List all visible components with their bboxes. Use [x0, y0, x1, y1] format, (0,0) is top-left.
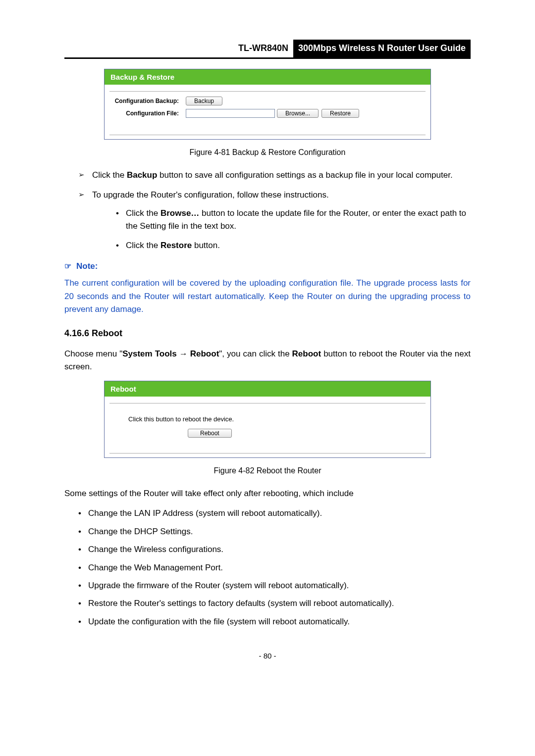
list-item: Upgrade the firmware of the Router (syst… [78, 579, 471, 592]
text: To upgrade the Router's configuration, f… [92, 190, 329, 200]
list-item: Change the Wireless configurations. [78, 543, 471, 556]
backup-button[interactable]: Backup [186, 97, 222, 105]
page-number: - 80 - [64, 650, 471, 661]
reboot-button[interactable]: Reboot [188, 429, 232, 438]
list-item: Change the LAN IP Address (system will r… [78, 507, 471, 520]
note-heading: ☞ Note: [64, 260, 471, 273]
figure-caption-482: Figure 4-82 Reboot the Router [104, 465, 431, 477]
panel-title-backup: Backup & Restore [105, 69, 430, 85]
bold-reboot-menu: Reboot [190, 349, 219, 358]
panel-body-reboot: Click this button to reboot the device. … [105, 406, 430, 448]
figure-caption-481: Figure 4-81 Backup & Restore Configurati… [104, 147, 431, 159]
subitem-restore: Click the Restore button. [116, 239, 471, 252]
arrow-item-backup: Click the Backup button to save all conf… [78, 169, 471, 182]
list-item: Change the DHCP Settings. [78, 525, 471, 538]
text: button. [192, 241, 220, 250]
model-label: TL-WR840N [233, 40, 293, 57]
list-item: Update the configuration with the file (… [78, 615, 471, 628]
browse-button[interactable]: Browse... [277, 109, 319, 118]
backup-restore-panel: Backup & Restore Configuration Backup: B… [104, 69, 431, 140]
note-hand-icon: ☞ [64, 260, 71, 273]
list-item: Change the Web Management Port. [78, 561, 471, 574]
bold-system-tools: System Tools [122, 349, 177, 358]
note-label: Note: [76, 260, 98, 273]
bold-reboot-btn: Reboot [292, 349, 321, 358]
panel-footer-space [105, 135, 430, 139]
label-config-backup: Configuration Backup: [111, 97, 186, 106]
guide-title: 300Mbps Wireless N Router User Guide [293, 40, 471, 57]
panel-divider [109, 85, 426, 92]
panel-footer-space [105, 454, 430, 457]
text: → [177, 349, 190, 358]
panel-title-reboot: Reboot [105, 381, 430, 397]
label-config-file: Configuration File: [111, 109, 186, 118]
reboot-effects-list: Change the LAN IP Address (system will r… [64, 507, 471, 628]
list-item: Restore the Router's settings to factory… [78, 597, 471, 610]
arrow-item-upgrade: To upgrade the Router's configuration, f… [78, 189, 471, 252]
text: Click the [126, 241, 160, 250]
restore-button[interactable]: Restore [321, 109, 359, 118]
document-page: TL-WR840N 300Mbps Wireless N Router User… [0, 0, 535, 676]
text: button to save all configuration setting… [157, 170, 452, 180]
reboot-intro: Choose menu "System Tools → Reboot", you… [64, 348, 471, 374]
sub-dot-list: Click the Browse… button to locate the u… [92, 207, 471, 252]
reboot-button-wrap: Reboot [128, 428, 424, 438]
reboot-panel: Reboot Click this button to reboot the d… [104, 381, 431, 458]
text: Click the [126, 208, 160, 218]
text: Click the [92, 170, 127, 180]
after-figure-text: Some settings of the Router will take ef… [64, 487, 471, 500]
figure-reboot: Reboot Click this button to reboot the d… [104, 381, 431, 477]
note-body: The current configuration will be covere… [64, 277, 471, 316]
row-config-backup: Configuration Backup: Backup [111, 97, 424, 106]
arrow-list: Click the Backup button to save all conf… [64, 169, 471, 252]
bold-browse: Browse… [160, 208, 199, 218]
page-header: TL-WR840N 300Mbps Wireless N Router User… [64, 40, 471, 59]
reboot-instruction: Click this button to reboot the device. [128, 414, 424, 424]
bold-restore: Restore [160, 241, 192, 250]
config-file-input[interactable] [186, 109, 275, 118]
subitem-browse: Click the Browse… button to locate the u… [116, 207, 471, 233]
panel-divider [109, 397, 426, 403]
text: ", you can click the [219, 349, 292, 358]
panel-body-backup: Configuration Backup: Backup Configurati… [105, 95, 430, 130]
bold-backup: Backup [127, 170, 157, 180]
text: Choose menu " [64, 349, 122, 358]
row-config-file: Configuration File: Browse... Restore [111, 109, 424, 118]
section-title-reboot: 4.16.6 Reboot [64, 327, 471, 341]
figure-backup-restore: Backup & Restore Configuration Backup: B… [104, 69, 431, 159]
